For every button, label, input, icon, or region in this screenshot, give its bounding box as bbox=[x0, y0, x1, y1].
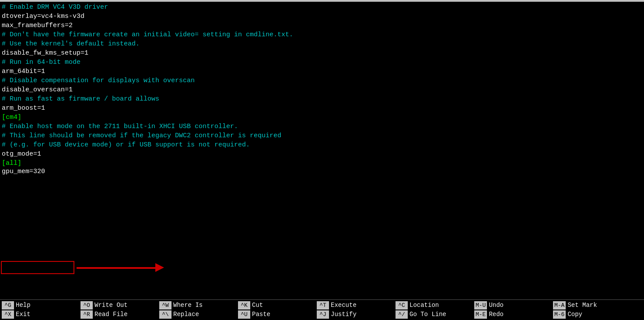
shortcut-group: ^GHelp^XExit bbox=[0, 301, 79, 319]
shortcut-label: Cut bbox=[252, 301, 263, 310]
shortcut-key: ^W bbox=[159, 301, 172, 310]
editor-line: # Run in 64-bit mode bbox=[2, 58, 642, 67]
shortcut-item[interactable]: ^CLocation bbox=[396, 301, 471, 310]
shortcut-label: Help bbox=[16, 301, 31, 310]
shortcut-key: M-E bbox=[474, 310, 487, 319]
shortcut-item[interactable]: ^XExit bbox=[2, 310, 77, 319]
shortcut-label: Justify bbox=[331, 310, 357, 319]
editor-area[interactable]: # Enable DRM VC4 V3D driverdtoverlay=vc4… bbox=[0, 2, 644, 299]
editor-line: disable_fw_kms_setup=1 bbox=[2, 49, 642, 58]
shortcut-label: Go To Line bbox=[410, 310, 446, 319]
shortcut-group: ^KCut^UPaste bbox=[236, 301, 315, 319]
shortcut-key: ^G bbox=[2, 301, 14, 310]
shortcut-item[interactable]: ^RRead File bbox=[80, 310, 156, 319]
editor-line: # Enable host mode on the 2711 built-in … bbox=[2, 122, 642, 131]
shortcut-key: M-U bbox=[474, 301, 487, 310]
shortcut-label: Redo bbox=[489, 310, 504, 319]
editor-line: arm_boost=1 bbox=[2, 104, 642, 113]
editor-line: # Enable DRM VC4 V3D driver bbox=[2, 3, 642, 12]
editor-line: # Disable compensation for displays with… bbox=[2, 76, 642, 85]
shortcut-label: Write Out bbox=[94, 301, 128, 310]
editor-line: # This line should be removed if the leg… bbox=[2, 131, 642, 140]
shortcut-key: ^K bbox=[238, 301, 250, 310]
shortcut-item[interactable]: M-6Copy bbox=[553, 310, 628, 319]
shortcut-key: M-6 bbox=[553, 310, 566, 319]
editor-line: # (e.g. for USB device mode) or if USB s… bbox=[2, 140, 642, 150]
editor-line: [all] bbox=[2, 159, 642, 168]
editor-line: arm_64bit=1 bbox=[2, 67, 642, 76]
shortcut-item[interactable]: ^KCut bbox=[238, 301, 313, 310]
lines-container: # Enable DRM VC4 V3D driverdtoverlay=vc4… bbox=[2, 3, 642, 175]
shortcut-key: ^U bbox=[238, 310, 250, 319]
shortcut-item[interactable]: ^WWhere Is bbox=[159, 301, 234, 310]
shortcut-key: ^/ bbox=[396, 310, 408, 319]
input-line[interactable] bbox=[2, 168, 642, 175]
shortcut-group: ^WWhere Is^\Replace bbox=[158, 301, 236, 319]
shortcut-label: Copy bbox=[567, 310, 582, 319]
editor-line: # Run as fast as firmware / board allows bbox=[2, 94, 642, 104]
shortcut-label: Read File bbox=[94, 310, 128, 319]
editor-line: # Use the kernel's default instead. bbox=[2, 39, 642, 49]
shortcut-label: Execute bbox=[331, 301, 357, 310]
shortcut-label: Replace bbox=[173, 310, 199, 319]
shortcut-item[interactable]: ^\Replace bbox=[159, 310, 234, 319]
editor-line: [cm4] bbox=[2, 113, 642, 122]
statusbar: ^GHelp^XExit^OWrite Out^RRead File^WWher… bbox=[0, 299, 644, 320]
shortcut-label: Paste bbox=[252, 310, 270, 319]
shortcut-key: ^C bbox=[396, 301, 408, 310]
editor-line: disable_overscan=1 bbox=[2, 85, 642, 94]
annotation-arrow-head bbox=[155, 263, 164, 272]
shortcut-group: ^TExecute^JJustify bbox=[315, 301, 394, 319]
shortcut-key: M-A bbox=[553, 301, 566, 310]
shortcut-key: ^R bbox=[80, 310, 93, 319]
shortcut-label: Exit bbox=[16, 310, 31, 319]
shortcut-item[interactable]: ^JJustify bbox=[317, 310, 392, 319]
shortcut-key: ^O bbox=[80, 301, 93, 310]
shortcut-item[interactable]: ^UPaste bbox=[238, 310, 313, 319]
editor-line: # Don't have the firmware create an init… bbox=[2, 30, 642, 39]
annotation-arrow-shaft bbox=[77, 267, 155, 269]
shortcut-key: ^T bbox=[317, 301, 329, 310]
shortcut-item[interactable]: ^OWrite Out bbox=[80, 301, 156, 310]
shortcut-group: ^OWrite Out^RRead File bbox=[79, 301, 158, 319]
shortcut-item[interactable]: ^GHelp bbox=[2, 301, 77, 310]
shortcut-item[interactable]: ^/Go To Line bbox=[396, 310, 471, 319]
shortcut-key: ^\ bbox=[159, 310, 172, 319]
shortcut-key: ^J bbox=[317, 310, 329, 319]
editor-line: max_framebuffers=2 bbox=[2, 21, 642, 30]
gpu-mem-input[interactable] bbox=[2, 168, 59, 175]
shortcut-key: ^X bbox=[2, 310, 14, 319]
shortcut-label: Undo bbox=[489, 301, 504, 310]
shortcut-label: Location bbox=[410, 301, 439, 310]
shortcut-item[interactable]: M-UUndo bbox=[474, 301, 550, 310]
shortcut-group: M-ASet MarkM-6Copy bbox=[551, 301, 630, 319]
shortcut-bar: ^GHelp^XExit^OWrite Out^RRead File^WWher… bbox=[0, 300, 644, 320]
shortcut-label: Where Is bbox=[173, 301, 203, 310]
shortcut-item[interactable]: M-ASet Mark bbox=[553, 301, 628, 310]
editor-line: otg_mode=1 bbox=[2, 150, 642, 159]
shortcut-label: Set Mark bbox=[567, 301, 597, 310]
editor-line: dtoverlay=vc4-kms-v3d bbox=[2, 12, 642, 21]
annotation-box bbox=[1, 261, 74, 274]
shortcut-item[interactable]: M-ERedo bbox=[474, 310, 550, 319]
shortcut-item[interactable]: ^TExecute bbox=[317, 301, 392, 310]
shortcut-group: M-UUndoM-ERedo bbox=[472, 301, 551, 319]
shortcut-group: ^CLocation^/Go To Line bbox=[394, 301, 472, 319]
